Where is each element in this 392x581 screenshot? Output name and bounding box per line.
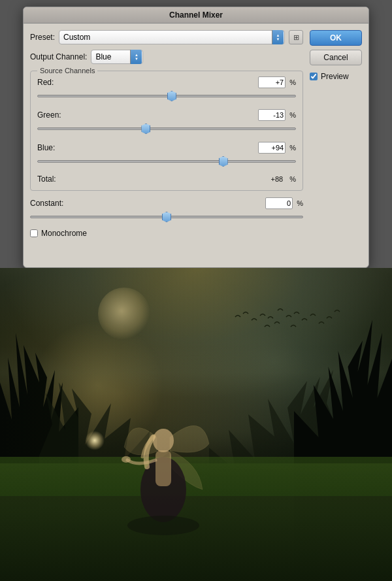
constant-slider-track[interactable] — [30, 216, 303, 218]
preset-menu-button[interactable]: ⊞ — [289, 30, 303, 44]
output-channel-label: Output Channel: — [30, 52, 87, 61]
total-pct: % — [289, 175, 296, 183]
green-pct: % — [289, 111, 296, 119]
red-slider-track[interactable] — [37, 95, 296, 97]
total-row: Total: +88 % — [37, 174, 296, 184]
svg-rect-1 — [155, 450, 171, 486]
dialog-body: Preset: Custom Default ⊞ Output Channel — [24, 24, 368, 244]
preset-row: Preset: Custom Default ⊞ — [30, 30, 303, 44]
blue-pct: % — [289, 144, 296, 152]
source-channels-group: Source Channels Red: % — [30, 71, 303, 191]
red-value-box[interactable] — [258, 76, 286, 88]
preview-label: Preview — [321, 72, 349, 81]
output-channel-row: Output Channel: Red Green Blue — [30, 50, 303, 64]
preset-menu-icon: ⊞ — [293, 33, 299, 42]
fairy-figure-svg — [98, 359, 229, 542]
blue-slider-track[interactable] — [37, 160, 296, 163]
red-value-input[interactable] — [259, 78, 284, 86]
preset-select-wrapper: Custom Default — [59, 30, 285, 44]
total-label: Total: — [37, 174, 67, 184]
red-label: Red: — [37, 78, 67, 87]
red-slider-container — [37, 91, 296, 101]
dialog-left: Preset: Custom Default ⊞ Output Channel — [30, 30, 303, 238]
green-slider-track[interactable] — [37, 127, 296, 130]
dialog-right: OK Cancel Preview — [310, 30, 362, 238]
constant-label: Constant: — [30, 199, 63, 208]
green-value-box[interactable] — [258, 109, 286, 121]
constant-value-box[interactable] — [265, 197, 293, 209]
constant-slider-thumb[interactable] — [162, 212, 171, 222]
source-channels-legend: Source Channels — [37, 67, 97, 75]
green-channel-row: Green: % — [37, 109, 296, 134]
dialog-title: Channel Mixer — [169, 10, 223, 20]
constant-section: Constant: % — [30, 197, 303, 222]
preset-label: Preset: — [30, 33, 55, 42]
green-channel-header: Green: % — [37, 109, 296, 121]
blue-channel-row: Blue: % — [37, 142, 296, 167]
constant-header: Constant: % — [30, 197, 303, 209]
total-value: +88 — [271, 175, 284, 183]
monochrome-row: Monochrome — [30, 229, 303, 238]
red-channel-header: Red: % — [37, 76, 296, 88]
red-slider-thumb[interactable] — [167, 91, 176, 101]
green-value-input[interactable] — [259, 111, 284, 119]
dialog-titlebar: Channel Mixer — [24, 7, 368, 24]
preset-select[interactable]: Custom Default — [59, 30, 285, 44]
constant-pct: % — [297, 199, 303, 207]
output-channel-select[interactable]: Red Green Blue — [91, 50, 143, 64]
cancel-button[interactable]: Cancel — [310, 50, 362, 65]
blue-value-box[interactable] — [258, 142, 286, 154]
svg-point-4 — [127, 516, 199, 535]
output-select-wrapper: Red Green Blue — [91, 50, 143, 64]
blue-value-input[interactable] — [259, 144, 284, 152]
monochrome-label: Monochrome — [41, 229, 87, 238]
monochrome-checkbox[interactable] — [30, 229, 38, 237]
green-slider-container — [37, 124, 296, 134]
ok-button[interactable]: OK — [310, 30, 362, 46]
channel-mixer-dialog: Channel Mixer Preset: Custom Default — [23, 7, 369, 268]
birds-svg — [229, 304, 359, 356]
blue-slider-thumb[interactable] — [219, 156, 228, 167]
green-label: Green: — [37, 110, 67, 120]
green-slider-thumb[interactable] — [141, 124, 150, 134]
constant-slider-container — [30, 212, 303, 222]
blue-channel-header: Blue: % — [37, 142, 296, 154]
blue-slider-container — [37, 156, 296, 167]
svg-point-2 — [153, 429, 174, 452]
red-channel-row: Red: % — [37, 76, 296, 101]
background-image — [0, 268, 392, 581]
preview-row: Preview — [310, 72, 362, 81]
dialog-wrapper: Channel Mixer Preset: Custom Default — [0, 0, 392, 268]
constant-value-input[interactable] — [266, 199, 291, 207]
blue-label: Blue: — [37, 143, 67, 152]
svg-point-3 — [122, 456, 131, 463]
preview-checkbox[interactable] — [310, 73, 318, 80]
red-pct: % — [289, 78, 296, 86]
